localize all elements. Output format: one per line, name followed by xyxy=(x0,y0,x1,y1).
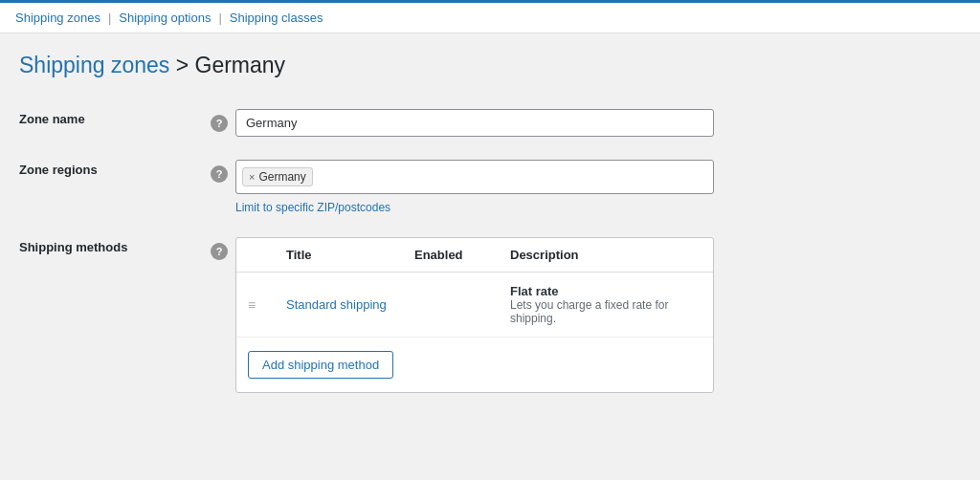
col-description: Description xyxy=(510,248,702,262)
table-row: ≡ Standard shipping xyxy=(236,273,713,338)
description-title: Flat rate xyxy=(510,284,702,298)
methods-header: Title Enabled Description xyxy=(236,238,713,273)
nav-shipping-zones[interactable]: Shipping zones xyxy=(15,11,100,25)
breadcrumb-separator: > xyxy=(176,53,195,77)
drag-handle-icon[interactable]: ≡ xyxy=(248,297,286,313)
page-content: Shipping zones > Germany Zone name ? Zon… xyxy=(0,33,980,404)
nav-shipping-classes[interactable]: Shipping classes xyxy=(230,11,323,25)
nav-shipping-options[interactable]: Shipping options xyxy=(119,11,211,25)
region-tag-remove[interactable]: × xyxy=(249,172,255,183)
zone-regions-row: Zone regions ? × Germany xyxy=(19,148,961,226)
col-drag xyxy=(248,248,286,262)
zone-name-input[interactable] xyxy=(235,109,714,137)
add-shipping-method-button[interactable]: Add shipping method xyxy=(248,351,393,379)
zip-link[interactable]: Limit to specific ZIP/postcodes xyxy=(235,201,390,214)
separator-2: | xyxy=(218,11,221,25)
shipping-methods-row: Shipping methods ? Title Enabled Descrip… xyxy=(19,226,961,404)
region-tag-label: Germany xyxy=(258,170,305,184)
zone-regions-label: Zone regions xyxy=(19,148,211,226)
description-cell: Flat rate Lets you charge a fixed rate f… xyxy=(510,284,702,325)
col-title: Title xyxy=(286,248,414,262)
zone-name-row: Zone name ? xyxy=(19,98,961,148)
shipping-methods-field-row: ? Title Enabled Description ≡ xyxy=(211,237,961,393)
shipping-methods-label: Shipping methods xyxy=(19,226,211,404)
shipping-methods-help-icon[interactable]: ? xyxy=(211,243,228,260)
top-navigation: Shipping zones | Shipping options | Ship… xyxy=(0,3,980,33)
shipping-methods-table: Title Enabled Description ≡ Standard shi… xyxy=(235,237,714,393)
breadcrumb-current: Germany xyxy=(195,53,286,77)
zip-link-wrapper: Limit to specific ZIP/postcodes xyxy=(235,200,714,214)
region-tag: × Germany xyxy=(242,167,313,186)
zone-name-help-icon[interactable]: ? xyxy=(211,115,228,132)
add-method-row: Add shipping method xyxy=(236,338,713,392)
description-sub: Lets you charge a fixed rate for shippin… xyxy=(510,298,702,325)
zone-name-field-row: ? xyxy=(211,109,961,137)
col-enabled: Enabled xyxy=(414,248,510,262)
zone-regions-help-icon[interactable]: ? xyxy=(211,165,228,183)
form-table: Zone name ? Zone regions ? xyxy=(19,98,961,404)
zone-name-label: Zone name xyxy=(19,98,211,148)
breadcrumb: Shipping zones > Germany xyxy=(19,53,961,78)
breadcrumb-link[interactable]: Shipping zones xyxy=(19,53,169,77)
method-title-link[interactable]: Standard shipping xyxy=(286,297,387,312)
zone-regions-field-row: ? × Germany Limit to specific ZIP/postco… xyxy=(211,160,961,214)
region-input-wrapper[interactable]: × Germany xyxy=(235,160,714,194)
separator-1: | xyxy=(108,11,111,25)
